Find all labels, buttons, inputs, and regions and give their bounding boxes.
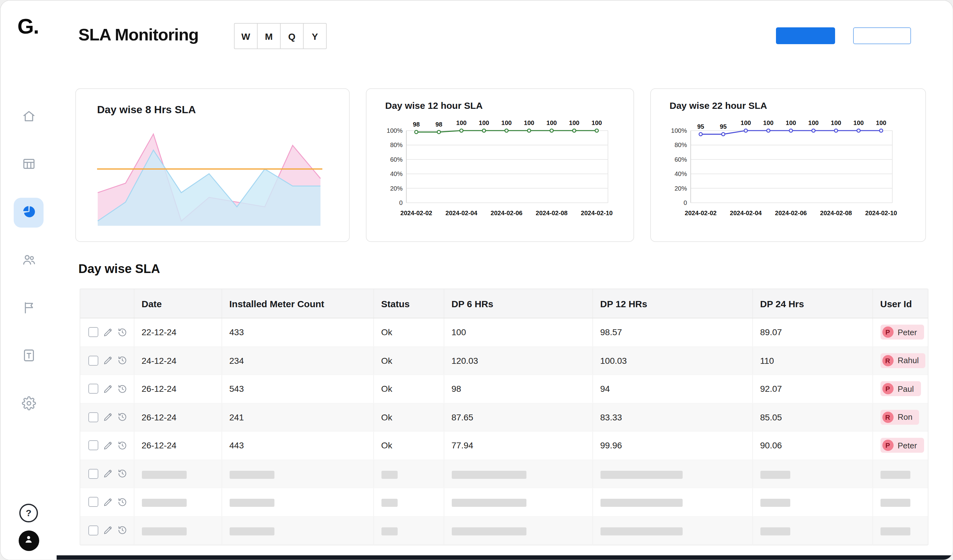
user-badge[interactable]: RRahul [880, 353, 926, 368]
history-icon[interactable] [118, 356, 127, 365]
history-icon[interactable] [118, 384, 127, 394]
history-icon[interactable] [118, 498, 127, 507]
history-icon[interactable] [118, 441, 127, 450]
cell-dp24: 89.07 [752, 318, 872, 347]
history-icon[interactable] [118, 526, 127, 535]
sidebar: G. ? [1, 1, 57, 559]
user-name: Ron [898, 413, 913, 422]
edit-icon[interactable] [103, 413, 113, 422]
home-icon [22, 108, 36, 125]
cell-meter-count: 241 [222, 403, 373, 431]
cell-meter-count: 234 [222, 347, 373, 375]
sidebar-item-settings[interactable] [14, 389, 43, 419]
table-row: 26-12-24443Ok77.9499.9690.06PPeter [80, 431, 928, 459]
page-header: SLA Monitoring W M Q Y [78, 19, 928, 54]
period-toggle-year[interactable]: Y [303, 24, 326, 48]
row-checkbox[interactable] [88, 441, 98, 450]
cell-dp12: 94 [592, 375, 752, 403]
svg-text:100: 100 [524, 119, 534, 126]
cell-dp12: 99.96 [592, 431, 752, 459]
history-icon[interactable] [118, 413, 127, 422]
line-chart-12hr: 100%80%60%40%20%098981001001001001001001… [376, 112, 633, 220]
cell-dp24: 92.07 [752, 375, 872, 403]
area-chart-8hr [96, 121, 349, 232]
svg-text:100: 100 [831, 119, 841, 126]
secondary-action-button[interactable] [853, 27, 911, 44]
cell-skeleton [222, 516, 373, 545]
edit-icon[interactable] [103, 441, 113, 450]
users-icon [22, 252, 36, 269]
user-badge[interactable]: RRon [880, 410, 919, 425]
cell-status: Ok [373, 403, 444, 431]
row-checkbox[interactable] [88, 412, 98, 422]
svg-text:2024-02-04: 2024-02-04 [445, 210, 478, 217]
row-checkbox[interactable] [88, 327, 98, 337]
period-toggle-month[interactable]: M [257, 24, 280, 48]
user-avatar: P [882, 327, 893, 338]
sidebar-nav [1, 102, 57, 419]
cell-dp6: 87.65 [444, 403, 592, 431]
primary-action-button[interactable] [776, 27, 835, 44]
user-badge[interactable]: PPeter [880, 438, 924, 453]
period-toggle-quarter[interactable]: Q [280, 24, 303, 48]
edit-icon[interactable] [103, 469, 113, 478]
svg-text:2024-02-08: 2024-02-08 [820, 210, 852, 217]
svg-text:100: 100 [456, 119, 466, 126]
cell-skeleton [373, 516, 444, 545]
user-avatar-button[interactable] [19, 530, 39, 551]
cell-skeleton [872, 459, 928, 488]
row-checkbox[interactable] [88, 469, 98, 479]
sidebar-item-pie-chart[interactable] [14, 198, 43, 227]
row-checkbox[interactable] [88, 384, 98, 394]
row-checkbox[interactable] [88, 356, 98, 366]
sla-table: Date Installed Meter Count Status DP 6 H… [80, 289, 928, 545]
sidebar-item-flag[interactable] [14, 294, 43, 323]
help-button[interactable]: ? [19, 503, 38, 522]
sidebar-item-text-file[interactable] [14, 342, 43, 371]
svg-text:40%: 40% [390, 170, 403, 177]
history-icon[interactable] [118, 469, 127, 478]
cell-user: PPaul [872, 375, 928, 403]
svg-text:2024-02-02: 2024-02-02 [400, 210, 432, 217]
edit-icon[interactable] [103, 384, 113, 394]
svg-text:100: 100 [785, 119, 796, 126]
edit-icon[interactable] [103, 498, 113, 507]
cell-skeleton [373, 488, 444, 516]
edit-icon[interactable] [103, 526, 113, 535]
sidebar-item-grid[interactable] [14, 150, 43, 180]
column-header-dp12: DP 12 HRs [592, 289, 752, 318]
cell-skeleton [592, 488, 752, 516]
cell-user: PPeter [872, 318, 928, 347]
sidebar-item-users[interactable] [14, 246, 43, 275]
period-toggle-week[interactable]: W [234, 24, 257, 48]
sidebar-item-home[interactable] [14, 102, 43, 132]
cell-dp12: 98.57 [592, 318, 752, 347]
table-row: 26-12-24241Ok87.6583.3385.05RRon [80, 403, 928, 431]
svg-text:100: 100 [546, 119, 557, 126]
cell-skeleton [752, 488, 872, 516]
chart-cards-row: Day wise 8 Hrs SLA Day wise 12 hour SLA … [75, 88, 926, 242]
svg-text:100: 100 [591, 119, 602, 126]
svg-text:2024-02-10: 2024-02-10 [581, 210, 613, 217]
app-canvas: G. ? SLA Monitoring W M Q Y [0, 0, 953, 560]
svg-text:2024-02-08: 2024-02-08 [536, 210, 568, 217]
cell-skeleton [134, 488, 222, 516]
row-checkbox[interactable] [88, 497, 98, 507]
cell-date: 22-12-24 [134, 318, 222, 347]
edit-icon[interactable] [103, 328, 113, 337]
column-header-status: Status [373, 289, 444, 318]
user-badge[interactable]: PPaul [880, 382, 920, 396]
user-name: Peter [898, 441, 917, 450]
row-checkbox[interactable] [88, 526, 98, 535]
user-name: Rahul [898, 356, 919, 365]
svg-text:0: 0 [684, 199, 687, 206]
edit-icon[interactable] [103, 356, 113, 365]
user-name: Paul [898, 384, 914, 394]
column-header-user-id: User Id [872, 289, 928, 318]
svg-text:20%: 20% [675, 185, 687, 192]
history-icon[interactable] [118, 328, 127, 337]
svg-text:100: 100 [763, 119, 773, 126]
user-badge[interactable]: PPeter [880, 325, 924, 340]
table-row: 24-12-24234Ok120.03100.03110RRahul [80, 347, 928, 375]
line-chart-22hr: 100%80%60%40%20%095951001001001001001001… [661, 112, 925, 220]
